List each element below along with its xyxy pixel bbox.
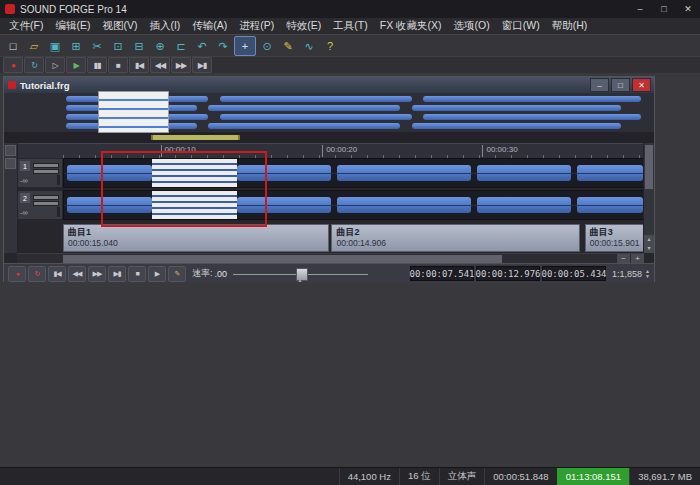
- help-icon[interactable]: ?: [320, 37, 340, 55]
- copy-icon[interactable]: ⊡: [108, 37, 128, 55]
- doc-close-button[interactable]: ✕: [632, 78, 651, 92]
- record-button[interactable]: ●: [8, 266, 26, 282]
- track-pan-fader[interactable]: [33, 201, 59, 206]
- save-icon[interactable]: ▣: [45, 37, 65, 55]
- toolbar-glyph: ⊕: [155, 40, 164, 53]
- zoom-ratio-spinner[interactable]: ▲▼: [645, 269, 650, 279]
- menu-item[interactable]: 传输(A): [186, 19, 233, 33]
- stop-button[interactable]: ■: [108, 57, 128, 73]
- edit-tool-icon[interactable]: +: [234, 36, 256, 56]
- doc-minimize-button[interactable]: –: [590, 78, 609, 92]
- go-to-end-button[interactable]: ▶▮: [192, 57, 212, 73]
- rate-slider[interactable]: ▲: [233, 267, 368, 281]
- waveform-segment[interactable]: [477, 165, 571, 181]
- waveform-overview[interactable]: [4, 93, 654, 132]
- menu-item[interactable]: 窗口(W): [496, 19, 546, 33]
- waveform-segment[interactable]: [337, 165, 471, 181]
- playbar-glyph: ◀◀: [73, 270, 82, 278]
- waveform-segment[interactable]: [67, 165, 152, 181]
- forward-button[interactable]: ▶▶: [88, 266, 106, 282]
- go-to-end-button[interactable]: ▶▮: [108, 266, 126, 282]
- redo-icon[interactable]: ↷: [213, 37, 233, 55]
- doc-maximize-button[interactable]: □: [611, 78, 630, 92]
- waveform-segment[interactable]: [237, 165, 332, 181]
- envelope-tool-icon[interactable]: ∿: [299, 37, 319, 55]
- magnify-tool-icon[interactable]: ⊙: [257, 37, 277, 55]
- overview-waveform-bar: [412, 105, 621, 111]
- rewind-button[interactable]: ◀◀: [150, 57, 170, 73]
- rewind-button[interactable]: ◀◀: [68, 266, 86, 282]
- minimize-button[interactable]: –: [628, 0, 652, 18]
- track-2-waveform[interactable]: [63, 190, 644, 220]
- undo-icon[interactable]: ↶: [192, 37, 212, 55]
- stop-button[interactable]: ■: [128, 266, 146, 282]
- paste-icon[interactable]: ⊟: [129, 37, 149, 55]
- status-item: 01:13:08.151: [557, 468, 629, 485]
- ruler-label-text: 00:00:30: [486, 145, 517, 154]
- track-volume-fader[interactable]: [33, 195, 59, 200]
- track-volume-fader[interactable]: [33, 163, 59, 168]
- overview-selection[interactable]: [98, 91, 169, 133]
- waveform-segment[interactable]: [577, 165, 643, 181]
- track-2-header[interactable]: 2 -∞: [17, 190, 63, 220]
- play-button[interactable]: ▶: [148, 266, 166, 282]
- waveform-segment[interactable]: [577, 197, 643, 213]
- menu-item[interactable]: 选项(O): [448, 19, 496, 33]
- selected-audio-region[interactable]: [152, 159, 237, 187]
- menu-item[interactable]: 插入(I): [143, 19, 186, 33]
- open-folder-icon[interactable]: ▱: [24, 37, 44, 55]
- track-pan-fader[interactable]: [33, 169, 59, 174]
- play-button[interactable]: ▶: [66, 57, 86, 73]
- lock-icon[interactable]: [5, 145, 16, 156]
- menu-item[interactable]: 文件(F): [3, 19, 49, 33]
- save-all-icon[interactable]: ⊞: [66, 37, 86, 55]
- waveform-segment[interactable]: [67, 197, 152, 213]
- menu-item[interactable]: FX 收藏夹(X): [374, 19, 448, 33]
- marker-strip[interactable]: [4, 132, 654, 143]
- track-number[interactable]: 2: [20, 193, 30, 203]
- region-block[interactable]: 曲目3 00:00:15.901: [585, 224, 644, 252]
- vscroll-thumb[interactable]: [645, 145, 653, 189]
- mix-icon[interactable]: ⊕: [150, 37, 170, 55]
- forward-button[interactable]: ▶▶: [171, 57, 191, 73]
- go-to-start-button[interactable]: ▮◀: [48, 266, 66, 282]
- track-1-header[interactable]: 1 -∞: [17, 158, 63, 188]
- track-number[interactable]: 1: [20, 161, 30, 171]
- menu-item[interactable]: 帮助(H): [546, 19, 594, 33]
- pause-button[interactable]: ▮▮: [87, 57, 107, 73]
- selected-audio-region[interactable]: [152, 191, 237, 219]
- waveform-segment[interactable]: [477, 197, 571, 213]
- loop-region-bar[interactable]: [151, 135, 240, 140]
- go-to-start-button[interactable]: ▮◀: [129, 57, 149, 73]
- play-all-button[interactable]: ▷: [45, 57, 65, 73]
- region-block[interactable]: 曲目1 00:00:15.040: [63, 224, 329, 252]
- cut-icon[interactable]: ✂: [87, 37, 107, 55]
- menu-item[interactable]: 编辑(E): [49, 19, 96, 33]
- scroll-down-icon[interactable]: ▾: [644, 244, 654, 253]
- trim-icon[interactable]: ⊏: [171, 37, 191, 55]
- close-button[interactable]: ✕: [676, 0, 700, 18]
- ruler-content: 00:00:10 00:00:20 00:00:30: [63, 144, 644, 159]
- region-block[interactable]: 曲目2 00:00:14.906: [331, 224, 580, 252]
- menu-item[interactable]: 工具(T): [327, 19, 373, 33]
- menu-item[interactable]: 进程(P): [233, 19, 280, 33]
- scroll-up-icon[interactable]: ▴: [644, 235, 654, 244]
- menu-item[interactable]: 特效(E): [280, 19, 327, 33]
- hscroll-thumb[interactable]: [63, 255, 502, 263]
- transport-glyph: ■: [116, 61, 120, 70]
- vertical-scrollbar[interactable]: ▴ ▾: [643, 143, 654, 253]
- loop-playback-button[interactable]: ↻: [24, 57, 44, 73]
- menu-item[interactable]: 视图(V): [96, 19, 143, 33]
- loop-playback-button[interactable]: ↻: [28, 266, 46, 282]
- track-1-waveform[interactable]: [63, 158, 644, 188]
- snap-icon[interactable]: [5, 158, 16, 169]
- time-displays: 00:00:07.541 00:00:12.976 00:00:05.434 1…: [410, 266, 650, 281]
- time-ruler[interactable]: 00:00:10 00:00:20 00:00:30: [4, 143, 654, 159]
- new-file-icon[interactable]: □: [3, 37, 23, 55]
- record-button[interactable]: ●: [3, 57, 23, 73]
- waveform-segment[interactable]: [337, 197, 471, 213]
- pencil-tool-icon[interactable]: ✎: [278, 37, 298, 55]
- maximize-button[interactable]: □: [652, 0, 676, 18]
- edit-tool-button[interactable]: ✎: [168, 266, 186, 282]
- waveform-segment[interactable]: [237, 197, 332, 213]
